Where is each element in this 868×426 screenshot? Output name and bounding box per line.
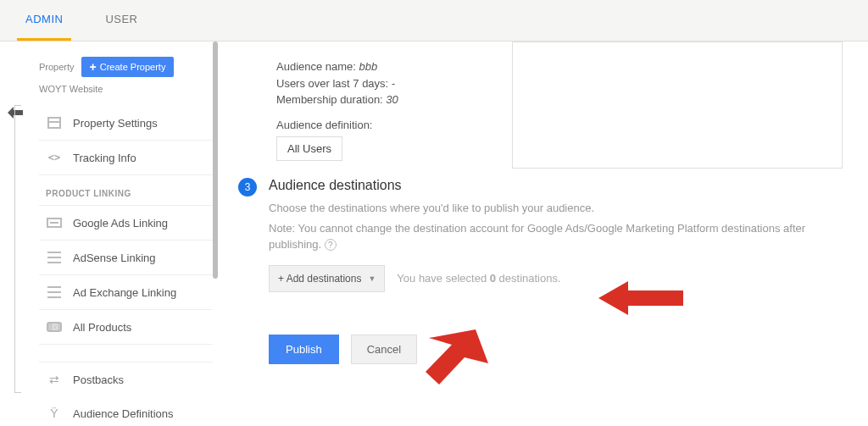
preview-box <box>512 41 843 169</box>
back-column <box>0 41 31 426</box>
add-destinations-label: + Add destinations <box>278 273 361 285</box>
sidebar-item-adsense[interactable]: AdSense Linking <box>39 241 213 275</box>
audience-name-label: Audience name: <box>276 60 356 73</box>
step-badge-3: 3 <box>238 178 257 196</box>
destinations-status: You have selected 0 destinations. <box>397 272 560 285</box>
chevron-down-icon: ▼ <box>368 274 376 283</box>
audience-duration-label: Membership duration: <box>276 93 383 106</box>
step-desc-2: Note: You cannot change the destination … <box>269 222 805 252</box>
sidebar-item-ad-exchange[interactable]: Ad Exchange Linking <box>39 275 213 310</box>
code-icon: <> <box>46 151 63 164</box>
sidebar-item-label: AdSense Linking <box>73 252 156 264</box>
audience-duration-value: 30 <box>386 93 398 106</box>
arrows-icon: ⇄ <box>46 373 63 386</box>
tab-user[interactable]: USER <box>97 0 146 41</box>
audience-users-label: Users over last 7 days: <box>276 77 388 90</box>
fork-icon: Ÿ <box>46 407 63 420</box>
sidebar-item-label: Postbacks <box>73 373 124 386</box>
sidebar-item-postbacks[interactable]: ⇄ Postbacks <box>39 362 213 396</box>
sidebar-item-tracking-info[interactable]: <> Tracking Info <box>39 141 213 175</box>
sidebar-section-product-linking: PRODUCT LINKING <box>39 175 213 206</box>
main-panel: Audience name: bbb Users over last 7 day… <box>213 41 868 426</box>
cancel-button[interactable]: Cancel <box>351 335 417 364</box>
nav-tabs: ADMIN USER <box>0 0 868 41</box>
audience-name-value: bbb <box>359 60 378 73</box>
sidebar-item-label: Property Settings <box>73 117 158 130</box>
sidebar-item-label: Audience Definitions <box>73 407 174 420</box>
help-icon[interactable]: ? <box>325 239 337 251</box>
ad-exchange-icon <box>46 285 63 299</box>
step-desc-1: Choose the destinations where you'd like… <box>269 200 843 217</box>
sidebar-item-label: Tracking Info <box>73 152 136 164</box>
sidebar-item-property-settings[interactable]: Property Settings <box>39 106 213 141</box>
sidebar-item-audience-definitions[interactable]: Ÿ Audience Definitions <box>39 396 213 426</box>
add-destinations-button[interactable]: + Add destinations ▼ <box>269 265 385 292</box>
sidebar-item-label: Ad Exchange Linking <box>73 286 176 299</box>
plus-icon: + <box>90 62 97 72</box>
create-property-label: Create Property <box>100 62 166 72</box>
tab-admin[interactable]: ADMIN <box>17 0 71 41</box>
sidebar-item-all-products[interactable]: ⌼ All Products <box>39 310 213 345</box>
sidebar: Property + Create Property WOYT Website … <box>31 41 213 426</box>
property-name: WOYT Website <box>39 84 213 94</box>
property-label: Property <box>39 62 75 72</box>
ads-icon <box>46 216 63 230</box>
sidebar-item-google-ads[interactable]: Google Ads Linking <box>39 206 213 241</box>
settings-icon <box>46 116 63 130</box>
sidebar-item-label: Google Ads Linking <box>73 217 168 230</box>
create-property-button[interactable]: + Create Property <box>81 57 175 77</box>
sidebar-item-label: All Products <box>73 321 131 334</box>
publish-button[interactable]: Publish <box>269 335 339 364</box>
audience-definition-value: All Users <box>276 136 342 161</box>
audience-users-value: - <box>392 77 395 90</box>
link-icon: ⌼ <box>46 320 63 334</box>
step-title: Audience destinations <box>269 178 843 193</box>
adsense-icon <box>46 251 63 264</box>
